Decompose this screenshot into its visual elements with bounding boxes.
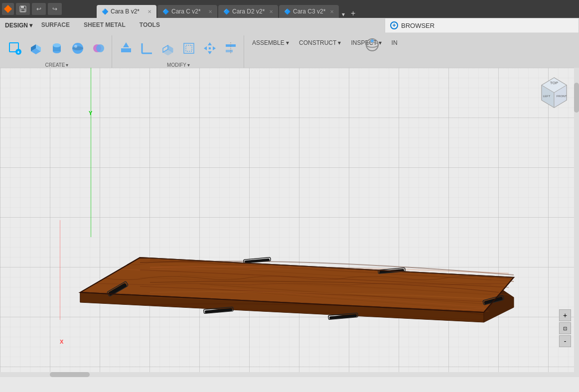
tab-cara-b[interactable]: 🔷 Cara B v2* ✕: [97, 5, 156, 18]
toolbar-area: DESIGN ▾ SOLID SURFACE SHEET METAL TOOLS…: [0, 18, 579, 68]
tabs-bar: 🔷 Cara B v2* ✕ 🔷 Cara C v2* ✕ 🔷 Cara D2 …: [95, 0, 579, 18]
svg-rect-18: [121, 48, 131, 52]
svg-text:+: +: [17, 50, 19, 55]
zoom-controls: + ⊡ -: [559, 309, 571, 347]
tab-icon: 🔷: [102, 8, 109, 15]
tab-cara-c3[interactable]: 🔷 Cara C3 v2* ✕: [279, 5, 339, 18]
svg-rect-23: [186, 45, 192, 51]
tab-icon: 🔷: [162, 8, 169, 15]
align-button[interactable]: [221, 38, 241, 58]
create-label[interactable]: CREATE ▾: [45, 62, 69, 68]
svg-text:TOP: TOP: [550, 81, 558, 85]
3d-model-svg: [50, 103, 529, 342]
mode-tab-sheet-metal[interactable]: SHEET METAL: [77, 18, 133, 33]
svg-marker-25: [208, 42, 212, 45]
browser-plus-icon: +: [390, 21, 398, 29]
construct-menu[interactable]: CONSTRUCT ▾: [294, 37, 346, 48]
svg-point-34: [366, 42, 378, 47]
undo-button[interactable]: ↩: [32, 3, 46, 15]
create-arrow-icon: ▾: [66, 62, 68, 68]
tab-close-cara-b[interactable]: ✕: [147, 9, 151, 14]
mode-tabs: SOLID SURFACE SHEET METAL TOOLS + BROWSE…: [0, 18, 579, 33]
zoom-fit-button[interactable]: ⊡: [559, 322, 571, 334]
toolbar-row: +: [0, 33, 579, 68]
move-button[interactable]: [200, 38, 220, 58]
browser-panel-item[interactable]: + BROWSER: [385, 18, 579, 33]
scale-button[interactable]: [179, 38, 199, 58]
scrollbar-horizontal[interactable]: [0, 372, 579, 377]
tab-cara-d2[interactable]: 🔷 Cara D2 v2* ✕: [218, 5, 278, 18]
tab-close-cara-d2[interactable]: ✕: [269, 9, 273, 14]
svg-marker-0: [4, 5, 12, 13]
tab-add-button[interactable]: +: [348, 9, 358, 18]
create-icons: +: [5, 35, 109, 61]
svg-marker-26: [208, 51, 212, 54]
svg-marker-19: [123, 42, 129, 47]
tab-close-cara-c[interactable]: ✕: [208, 9, 212, 14]
new-sketch-button[interactable]: +: [5, 38, 25, 58]
svg-point-15: [74, 45, 77, 48]
navigation-cube[interactable]: TOP LEFT FRONT: [534, 73, 574, 113]
mode-tab-tools[interactable]: TOOLS: [133, 18, 167, 33]
redo-button[interactable]: ↪: [48, 3, 62, 15]
design-button[interactable]: DESIGN ▾: [0, 18, 37, 33]
sphere-button[interactable]: [68, 38, 88, 58]
tab-close-cara-c3[interactable]: ✕: [330, 9, 334, 14]
svg-point-17: [96, 44, 104, 52]
combine-button[interactable]: [89, 38, 109, 58]
app-icon: [2, 3, 14, 15]
tab-label: Cara C v2*: [171, 8, 201, 15]
svg-marker-28: [213, 46, 216, 50]
svg-point-35: [371, 39, 374, 42]
more-menu[interactable]: IN: [387, 37, 403, 48]
modify-group: MODIFY ▾: [113, 35, 244, 68]
tab-label: Cara B v2*: [111, 8, 140, 15]
title-bar-left: ↩ ↪: [2, 3, 62, 15]
title-bar: ↩ ↪ 🔷 Cara B v2* ✕ 🔷 Cara C v2* ✕ 🔷 Cara…: [0, 0, 579, 18]
svg-text:LEFT: LEFT: [543, 95, 551, 98]
svg-text:FRONT: FRONT: [557, 95, 567, 98]
tab-icon: 🔷: [223, 8, 230, 15]
y-axis-label: Y: [89, 110, 92, 116]
svg-marker-27: [204, 46, 207, 50]
modify-icons: [116, 35, 241, 61]
design-label: DESIGN ▾: [5, 22, 32, 29]
fillet-button[interactable]: [137, 38, 157, 58]
box-button[interactable]: [26, 38, 46, 58]
modify-label[interactable]: MODIFY ▾: [167, 62, 190, 68]
svg-rect-2: [21, 6, 24, 8]
tab-label: Cara D2 v2*: [232, 8, 265, 15]
tab-overflow-button[interactable]: ▾: [340, 11, 347, 18]
orbit-button[interactable]: [362, 35, 382, 57]
svg-rect-24: [184, 43, 194, 53]
browser-label: BROWSER: [401, 22, 434, 29]
zoom-out-button[interactable]: -: [559, 335, 571, 347]
scrollbar-vertical[interactable]: [574, 68, 579, 377]
cylinder-button[interactable]: [47, 38, 67, 58]
viewport[interactable]: X Y TOP LEFT FRONT + ⊡ -: [0, 68, 579, 377]
tab-cara-c[interactable]: 🔷 Cara C v2* ✕: [157, 5, 217, 18]
create-group: +: [2, 35, 112, 68]
tab-label: Cara C3 v2*: [293, 8, 325, 15]
mode-tab-surface[interactable]: SURFACE: [34, 18, 77, 33]
tab-icon: 🔷: [284, 8, 291, 15]
zoom-in-button[interactable]: +: [559, 309, 571, 321]
nav-toolbar-right: [362, 35, 382, 57]
svg-rect-31: [226, 50, 233, 52]
svg-rect-3: [21, 9, 25, 11]
svg-point-14: [72, 46, 83, 50]
modify-arrow-icon: ▾: [187, 62, 190, 68]
x-axis-label: X: [60, 339, 63, 345]
shell-button[interactable]: [158, 38, 178, 58]
svg-rect-29: [209, 47, 211, 49]
press-pull-button[interactable]: [116, 38, 136, 58]
assemble-menu[interactable]: ASSEMBLE ▾: [247, 37, 294, 48]
save-button[interactable]: [16, 3, 30, 15]
svg-point-12: [53, 43, 61, 47]
